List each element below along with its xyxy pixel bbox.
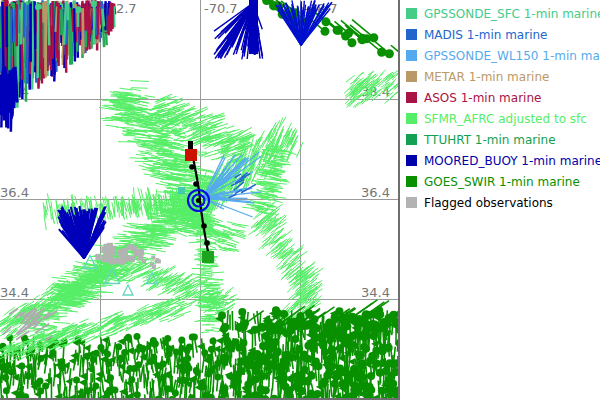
legend-item-label: ASOS 1-min marine [424,91,541,105]
storm-track-dot [189,164,195,170]
legend-color-swatch [406,71,417,82]
legend: GPSSONDE_SFC 1-min marineMADIS 1-min mar… [400,0,600,400]
legend-item: GPSSONDE_SFC 1-min marine [400,3,600,24]
legend-item-label: GPSSONDE_WL150 1-min mar [424,49,600,63]
legend-item: METAR 1-min marine [400,66,600,87]
storm-track-overlay [0,0,400,400]
legend-item: SFMR_AFRC adjusted to sfc [400,108,600,129]
start-marker-knob [188,141,193,149]
legend-item-label: GOES_SWIR 1-min marine [424,175,580,189]
legend-item-label: GPSSONDE_SFC 1-min marine [424,7,600,21]
storm-center-core [196,198,201,203]
legend-color-swatch [406,134,417,145]
legend-color-swatch [406,50,417,61]
legend-item-label: METAR 1-min marine [424,70,549,84]
storm-track-dot [201,223,207,229]
legend-item: GPSSONDE_WL150 1-min mar [400,45,600,66]
legend-item: ASOS 1-min marine [400,87,600,108]
map-panel: -72.7-70.7-68.738.438.436.436.434.434.4 [0,0,400,400]
legend-item-label: SFMR_AFRC adjusted to sfc [424,112,587,126]
legend-item-label: Flagged observations [424,196,553,210]
legend-color-swatch [406,155,417,166]
obs-map-window: -72.7-70.7-68.738.438.436.436.434.434.4 … [0,0,600,400]
legend-color-swatch [406,29,417,40]
legend-color-swatch [406,8,417,19]
legend-item-label: MOORED_BUOY 1-min marine [424,154,600,168]
legend-item: MADIS 1-min marine [400,24,600,45]
legend-color-swatch [406,113,417,124]
legend-item-label: MADIS 1-min marine [424,28,547,42]
storm-track-dot [193,181,199,187]
legend-color-swatch [406,92,417,103]
legend-item-label: TTUHRT 1-min marine [424,133,556,147]
legend-item: Flagged observations [400,192,600,213]
legend-item: MOORED_BUOY 1-min marine [400,150,600,171]
legend-item: TTUHRT 1-min marine [400,129,600,150]
storm-start-marker [185,149,197,161]
storm-end-marker [202,251,214,263]
legend-color-swatch [406,176,417,187]
legend-item: GOES_SWIR 1-min marine [400,171,600,192]
storm-track-dot [204,240,210,246]
legend-color-swatch [406,197,417,208]
